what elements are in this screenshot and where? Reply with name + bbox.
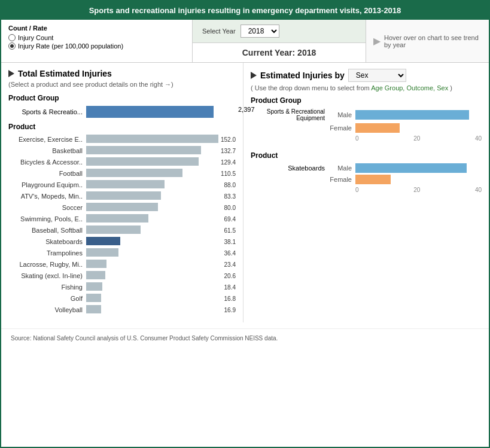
product-value: 152.0 xyxy=(221,136,236,143)
product-axis-20: 20 xyxy=(413,187,420,193)
left-group-label: Product Group xyxy=(8,94,236,102)
product-value: 18.4 xyxy=(224,284,236,291)
product-gender-chart: Skateboards Male Female 0 xyxy=(251,163,482,193)
product-bar-row[interactable]: Exercise, Exercise E..152.0 xyxy=(8,135,236,144)
pg-name: Sports & Recreatio... xyxy=(8,108,86,115)
product-bar-row[interactable]: Bicycles & Accessor..129.4 xyxy=(8,157,236,167)
product-scroll-wrap: Exercise, Exercise E..152.0Basketball132… xyxy=(8,135,236,316)
group-male-row: Sports & Recreational Equipment Male xyxy=(251,108,482,121)
product-bar-container xyxy=(86,191,222,201)
product-bar-fill xyxy=(86,271,105,279)
product-value: 38.1 xyxy=(224,239,236,245)
group-product-label: Sports & Recreational Equipment xyxy=(251,108,328,121)
product-bar-row[interactable]: Skateboards38.1 xyxy=(8,237,236,246)
radio-rate-label: Injury Rate (per 100,000 population) xyxy=(18,42,123,50)
source-content: Source: National Safety Council analysis… xyxy=(11,335,278,342)
right-product-label: Product xyxy=(251,151,482,160)
pg-bar-wrap: 2,397 xyxy=(86,106,236,118)
group-axis-0: 0 xyxy=(355,135,359,142)
hover-hint-text: Hover over on chart to see trend by year xyxy=(384,34,482,48)
product-bar-fill xyxy=(86,180,165,188)
product-bar-row[interactable]: Soccer80.0 xyxy=(8,203,236,212)
product-male-row: Skateboards Male xyxy=(251,163,482,173)
product-value: 61.5 xyxy=(224,227,236,234)
product-bar-row[interactable]: Playground Equipm..88.0 xyxy=(8,180,236,190)
product-female-label: Female xyxy=(328,176,355,183)
product-bar-container xyxy=(86,169,218,178)
current-year-value: 2018 xyxy=(297,48,316,57)
product-bar-row[interactable]: Golf16.8 xyxy=(8,294,236,303)
product-bar-fill xyxy=(86,225,141,234)
product-group-row[interactable]: Sports & Recreatio... 2,397 xyxy=(8,106,236,118)
product-male-bar-wrap xyxy=(355,163,482,173)
product-bar-fill xyxy=(86,146,201,154)
product-value: 88.0 xyxy=(224,182,236,188)
product-name: Skateboards xyxy=(8,238,86,245)
group-female-row: Female xyxy=(251,123,482,133)
pg-value: 2,397 xyxy=(236,106,255,113)
product-chart-axis: 0 20 40 xyxy=(251,187,482,193)
year-dropdown[interactable]: 2018 2017 2016 2015 2014 2013 xyxy=(241,25,279,38)
product-bar-fill xyxy=(86,305,101,313)
year-top: Select Year 2018 2017 2016 2015 2014 201… xyxy=(193,20,366,43)
right-panel: Estimated Injuries by Sex Age Group Outc… xyxy=(244,63,489,322)
product-bar-row[interactable]: Basketball132.7 xyxy=(8,146,236,156)
year-selector-panel: Select Year 2018 2017 2016 2015 2014 201… xyxy=(193,20,366,62)
current-year-label: Current Year: xyxy=(242,48,295,57)
product-bar-row[interactable]: Trampolines36.4 xyxy=(8,248,236,258)
product-axis-0: 0 xyxy=(355,187,359,193)
right-title-text: Estimated Injuries by xyxy=(260,71,345,80)
product-name: Bicycles & Accessor.. xyxy=(8,159,86,166)
pg-bar xyxy=(86,106,214,118)
count-rate-panel: Count / Rate Injury Count Injury Rate (p… xyxy=(1,20,193,62)
sex-dropdown[interactable]: Sex Age Group Outcome xyxy=(348,69,406,82)
product-name: ATV's, Mopeds, Min.. xyxy=(8,193,86,200)
radio-injury-count[interactable]: Injury Count xyxy=(8,34,185,41)
product-name: Volleyball xyxy=(8,306,86,313)
product-value: 69.4 xyxy=(224,216,236,223)
product-bar-container xyxy=(86,157,218,167)
product-bar-fill xyxy=(86,237,120,245)
product-female-bar xyxy=(355,175,391,184)
radio-count-icon[interactable] xyxy=(8,34,16,41)
right-section-title: Estimated Injuries by Sex Age Group Outc… xyxy=(251,69,482,82)
product-value: 20.6 xyxy=(224,273,236,279)
right-group-label: Product Group xyxy=(251,96,482,105)
product-bar-fill xyxy=(86,169,182,177)
product-bar-row[interactable]: Lacrosse, Rugby, Mi..23.4 xyxy=(8,260,236,269)
count-rate-label: Count / Rate xyxy=(8,25,185,32)
product-bar-fill xyxy=(86,157,199,166)
product-name: Football xyxy=(8,170,86,177)
product-bar-row[interactable]: Baseball, Softball61.5 xyxy=(8,225,236,235)
product-bar-row[interactable]: ATV's, Mopeds, Min..83.3 xyxy=(8,191,236,201)
group-female-bar xyxy=(355,123,400,133)
product-bar-row[interactable]: Volleyball16.9 xyxy=(8,305,236,315)
product-bar-row[interactable]: Swimming, Pools, E..69.4 xyxy=(8,214,236,224)
left-subtitle: (Select a product and see product detail… xyxy=(8,81,236,88)
triangle-icon xyxy=(8,70,14,77)
product-bar-row[interactable]: Skating (excl. In-line)20.6 xyxy=(8,271,236,281)
product-axis-40: 40 xyxy=(475,187,482,193)
product-bar-container xyxy=(86,271,222,281)
product-bar-row[interactable]: Football110.5 xyxy=(8,169,236,178)
radio-injury-rate[interactable]: Injury Rate (per 100,000 population) xyxy=(8,42,185,50)
product-male-label: Male xyxy=(328,164,355,172)
product-name: Fishing xyxy=(8,284,86,291)
product-bar-container xyxy=(86,260,222,269)
group-chart-axis: 0 20 40 xyxy=(251,135,482,142)
product-value: 110.5 xyxy=(221,170,236,177)
product-female-row: Female xyxy=(251,175,482,184)
right-subtitle-links[interactable]: Age Group, Outcome, Sex xyxy=(371,84,448,92)
group-male-bar xyxy=(355,110,469,120)
product-bar-fill xyxy=(86,260,106,268)
group-female-bar-wrap xyxy=(355,123,482,133)
source-text: Source: National Safety Council analysis… xyxy=(1,328,489,348)
main-content: Total Estimated Injuries (Select a produ… xyxy=(1,63,489,322)
product-value: 80.0 xyxy=(224,205,236,211)
product-bar-container xyxy=(86,135,218,144)
product-value: 16.9 xyxy=(224,307,236,313)
product-bar-container xyxy=(86,237,222,246)
left-product-label: Product xyxy=(8,123,236,131)
product-bar-row[interactable]: Fishing18.4 xyxy=(8,282,236,292)
radio-rate-icon[interactable] xyxy=(8,42,16,50)
